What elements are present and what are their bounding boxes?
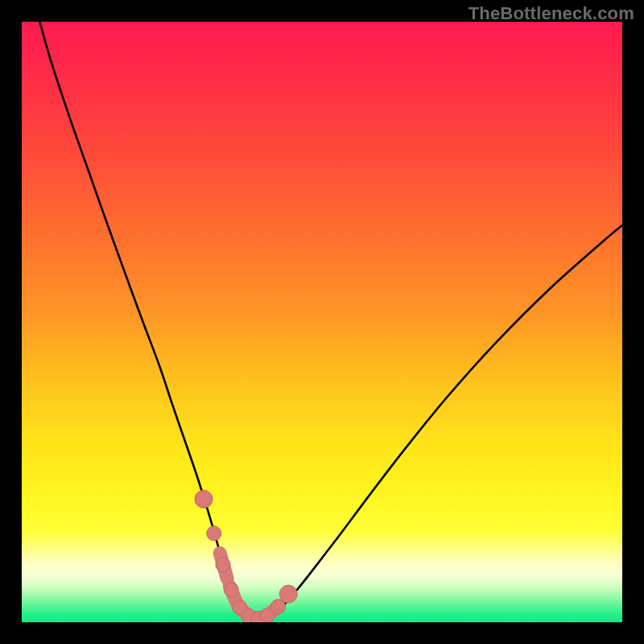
marker-dot [279, 585, 297, 603]
marker-dot [207, 526, 221, 541]
marker-dot [195, 490, 213, 508]
marker-dot [216, 557, 230, 572]
marker-dot [224, 583, 238, 597]
outer-black-frame: TheBottleneck.com [0, 0, 644, 644]
chart-canvas [22, 22, 622, 622]
plot-area [22, 22, 622, 622]
watermark-text: TheBottleneck.com [469, 3, 634, 24]
gradient-background [22, 22, 622, 622]
